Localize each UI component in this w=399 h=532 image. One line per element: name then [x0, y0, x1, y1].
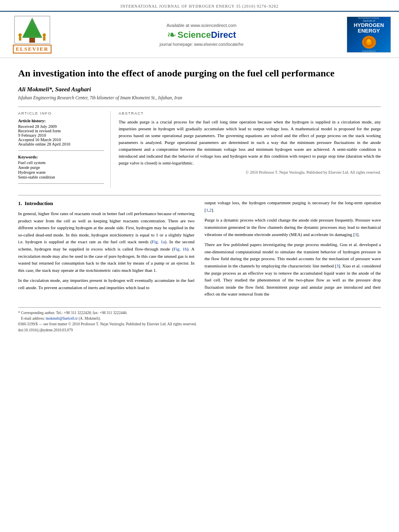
- main-body: 1. Introduction In general, higher flow …: [18, 195, 381, 301]
- cover-intl: International: [358, 17, 380, 19]
- body-right-col: output voltage loss, the hydrogen compar…: [205, 199, 381, 301]
- article-title: An investigation into the effect of anod…: [18, 67, 381, 80]
- fig1b-link[interactable]: Fig. 1b: [174, 246, 187, 251]
- page: International Journal of Hydrogen Energy…: [0, 0, 399, 532]
- affiliation: Isfahan Engineering Research Center, 7th…: [18, 95, 381, 100]
- svg-rect-0: [29, 38, 35, 43]
- footnote-email: E-mail address: mokmeli@fuelcell.ir (A. …: [18, 316, 381, 321]
- keywords-group: Keywords: Fuel cell system Anode purge H…: [18, 155, 104, 179]
- abstract-text: The anode purge is a crucial process for…: [119, 119, 381, 166]
- footnote-section: * Corresponding author. Tel.: +98 311 32…: [18, 307, 381, 333]
- logo-bar: ELSEVIER Available at www.sciencedirect.…: [0, 12, 399, 58]
- section-title: Introduction: [25, 200, 53, 206]
- cover-hydrogen-text: HYDROGENENERGY: [354, 23, 384, 34]
- body-two-col: 1. Introduction In general, higher flow …: [18, 199, 381, 301]
- keyword-4: Semi-stable condition: [18, 175, 104, 179]
- svg-rect-6: [43, 37, 45, 41]
- revised-date: 9 February 2010: [18, 133, 104, 138]
- email-line-text: E-mail address: mokmeli@fuelcell.ir (A. …: [18, 316, 101, 320]
- divider-keywords-bottom: [18, 183, 104, 184]
- keywords-label: Keywords:: [18, 155, 104, 159]
- received-1: Received 28 July 2009: [18, 124, 104, 129]
- available-text: Available at www.sciencedirect.com: [167, 23, 237, 28]
- svg-rect-4: [19, 37, 21, 41]
- journal-homepage-text: journal homepage: www.elsevier.com/locat…: [160, 42, 243, 47]
- article-info-label: ARTICLE INFO: [18, 111, 104, 115]
- article-info-col: ARTICLE INFO Article history: Received 2…: [18, 111, 111, 188]
- abstract-label: ABSTRACT: [119, 111, 381, 115]
- abstract-col: ABSTRACT The anode purge is a crucial pr…: [119, 111, 381, 188]
- corresponding-author-text: * Corresponding author. Tel.: +98 311 32…: [18, 311, 128, 315]
- received-revised-label: Received in revised form: [18, 129, 104, 133]
- elsevier-label: ELSEVIER: [13, 45, 51, 53]
- svg-point-3: [19, 33, 22, 37]
- author-names: Ali Mokmeli*, Saeed Asghari: [18, 86, 91, 92]
- svg-point-10: [367, 39, 370, 42]
- email-link[interactable]: mokmeli@fuelcell.ir: [46, 316, 78, 320]
- footnote-corresponding: * Corresponding author. Tel.: +98 311 32…: [18, 310, 381, 316]
- cover-circle-icon: [362, 36, 376, 49]
- fig1a-link[interactable]: Fig. 1a: [152, 239, 165, 244]
- divider-1: [18, 107, 381, 107]
- sd-leaves-icon: ❧: [167, 29, 176, 41]
- ref-1-link[interactable]: 1: [206, 207, 208, 212]
- available-online: Available online 28 April 2010: [18, 142, 104, 146]
- sciencedirect-logo: ❧ ScienceDirect: [167, 29, 236, 41]
- journal-homepage: journal homepage: www.elsevier.com/locat…: [160, 42, 243, 47]
- accepted-date: Accepted 16 March 2010: [18, 138, 104, 142]
- ref-2-link[interactable]: 2: [209, 207, 212, 212]
- journal-header: International Journal of Hydrogen Energy…: [0, 0, 399, 12]
- info-abstract-section: ARTICLE INFO Article history: Received 2…: [18, 111, 381, 188]
- journal-header-text: International Journal of Hydrogen Energy…: [120, 4, 278, 8]
- right-para-1: output voltage loss, the hydrogen compar…: [205, 199, 381, 214]
- ref-3b-link[interactable]: 3: [336, 263, 339, 268]
- ref-3-link[interactable]: 3: [355, 232, 357, 237]
- keyword-2: Anode purge: [18, 165, 104, 170]
- keyword-1: Fuel cell system: [18, 160, 104, 165]
- right-para-2: Purge is a dynamic process which could c…: [205, 217, 381, 238]
- right-para-3: There are few published papers investiga…: [205, 241, 381, 298]
- article-history-group: Article history: Received 28 July 2009 R…: [18, 119, 104, 146]
- footnote-issn: 0360-3199/$ — see front matter © 2010 Pr…: [18, 321, 381, 327]
- section-1-header: 1. Introduction: [18, 199, 195, 208]
- keyword-3: Hydrogen waste: [18, 170, 104, 175]
- divider-body-top: [18, 195, 381, 195]
- intro-para-2: In the circulation mode, any impurities …: [18, 277, 195, 291]
- history-label: Article history:: [18, 119, 104, 123]
- cover-publisher: ScienceDirect: [362, 50, 376, 52]
- intro-para-1: In general, higher flow rates of reactan…: [18, 210, 195, 274]
- doi-text: doi:10.1016/j.ijhydene.2010.03.079: [18, 328, 73, 332]
- cover-journal-label: Journal of: [363, 19, 375, 22]
- section-num: 1.: [18, 200, 22, 206]
- hydrogen-cover: International Journal of HYDROGENENERGY …: [347, 16, 391, 53]
- center-logos: Available at www.sciencedirect.com ❧ Sci…: [56, 23, 347, 47]
- footnote-doi: doi:10.1016/j.ijhydene.2010.03.079: [18, 327, 381, 333]
- article-content: An investigation into the effect of anod…: [0, 58, 399, 341]
- issn-text: 0360-3199/$ — see front matter © 2010 Pr…: [18, 322, 197, 326]
- body-left-col: 1. Introduction In general, higher flow …: [18, 199, 195, 301]
- elsevier-tree-icon: [14, 16, 50, 44]
- svg-marker-2: [23, 23, 41, 36]
- sciencedirect-text: ScienceDirect: [177, 30, 236, 40]
- copyright-line: © 2010 Professor T. Nejat Veziroglu. Pub…: [119, 170, 381, 175]
- svg-point-5: [43, 33, 46, 37]
- divider-keywords: [18, 150, 104, 151]
- elsevier-logo: ELSEVIER: [8, 16, 56, 53]
- authors: Ali Mokmeli*, Saeed Asghari: [18, 86, 381, 93]
